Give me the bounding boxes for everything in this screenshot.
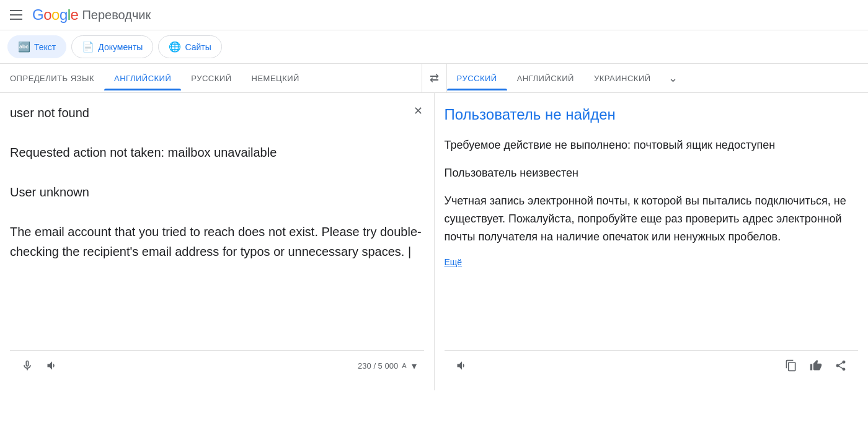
translation-line-2: Требуемое действие не выполнено: почтовы…: [445, 136, 859, 154]
logo: Google Переводчик: [32, 6, 151, 24]
lang-russian-source[interactable]: РУССКИЙ: [181, 66, 241, 90]
font-size-large[interactable]: ▾: [412, 360, 417, 372]
lang-russian-target[interactable]: РУССКИЙ: [447, 66, 507, 90]
translation-line-3: Пользователь неизвестен: [445, 164, 859, 182]
translation-line-1: Пользователь не найден: [445, 103, 859, 126]
source-audio-button[interactable]: [42, 356, 62, 375]
sites-icon: 🌐: [169, 41, 181, 53]
lang-ukrainian-target[interactable]: УКРАИНСКИЙ: [584, 66, 661, 90]
language-row: ОПРЕДЕЛИТЬ ЯЗЫК АНГЛИЙСКИЙ РУССКИЙ НЕМЕЦ…: [0, 64, 868, 93]
lang-english-source[interactable]: АНГЛИЙСКИЙ: [104, 66, 181, 90]
tab-sites[interactable]: 🌐 Сайты: [158, 35, 221, 58]
lang-english-target[interactable]: АНГЛИЙСКИЙ: [507, 66, 584, 90]
text-icon: 🔤: [18, 41, 30, 53]
docs-icon: 📄: [82, 41, 94, 53]
app-title: Переводчик: [82, 8, 151, 22]
translate-area: user not found Requested action not take…: [0, 93, 868, 390]
tab-docs[interactable]: 📄 Документы: [71, 35, 153, 58]
source-panel: user not found Requested action not take…: [0, 93, 435, 390]
mode-tabs: 🔤 Текст 📄 Документы 🌐 Сайты: [0, 30, 868, 64]
tab-text-label: Текст: [34, 42, 56, 52]
target-footer-actions: [781, 356, 851, 375]
lang-german-source[interactable]: НЕМЕЦКИЙ: [242, 66, 309, 90]
share-button[interactable]: [831, 356, 851, 375]
more-translations-link[interactable]: Ещё: [445, 255, 463, 269]
tab-text[interactable]: 🔤 Текст: [7, 35, 66, 58]
target-lang-panel: РУССКИЙ АНГЛИЙСКИЙ УКРАИНСКИЙ ⌄: [447, 64, 869, 92]
tab-docs-label: Документы: [98, 42, 143, 52]
swap-languages-button[interactable]: ⇄: [422, 64, 447, 92]
translation-line-4: Учетная запись электронной почты, к кото…: [445, 192, 859, 245]
google-logo: Google: [32, 6, 78, 24]
mic-button[interactable]: [17, 356, 37, 375]
lang-detect[interactable]: ОПРЕДЕЛИТЬ ЯЗЫК: [0, 66, 104, 90]
target-footer: [445, 350, 859, 380]
target-audio-button[interactable]: [452, 356, 472, 375]
copy-translation-button[interactable]: [781, 356, 801, 375]
tab-sites-label: Сайты: [185, 42, 211, 52]
feedback-button[interactable]: [806, 356, 826, 375]
char-count: 230 / 5 000 A ▾: [358, 360, 416, 372]
font-size-small[interactable]: A: [402, 362, 406, 369]
source-input[interactable]: user not found Requested action not take…: [10, 103, 424, 350]
more-languages-button[interactable]: ⌄: [661, 64, 685, 92]
target-panel: Пользователь не найден Требуемое действи…: [435, 93, 869, 390]
menu-icon[interactable]: [10, 10, 22, 20]
clear-input-button[interactable]: ✕: [411, 102, 425, 120]
source-footer: 230 / 5 000 A ▾: [10, 350, 424, 380]
header: Google Переводчик: [0, 0, 868, 30]
target-output: Пользователь не найден Требуемое действи…: [445, 103, 859, 350]
char-count-value: 230 / 5 000: [358, 361, 398, 371]
source-lang-panel: ОПРЕДЕЛИТЬ ЯЗЫК АНГЛИЙСКИЙ РУССКИЙ НЕМЕЦ…: [0, 64, 422, 92]
